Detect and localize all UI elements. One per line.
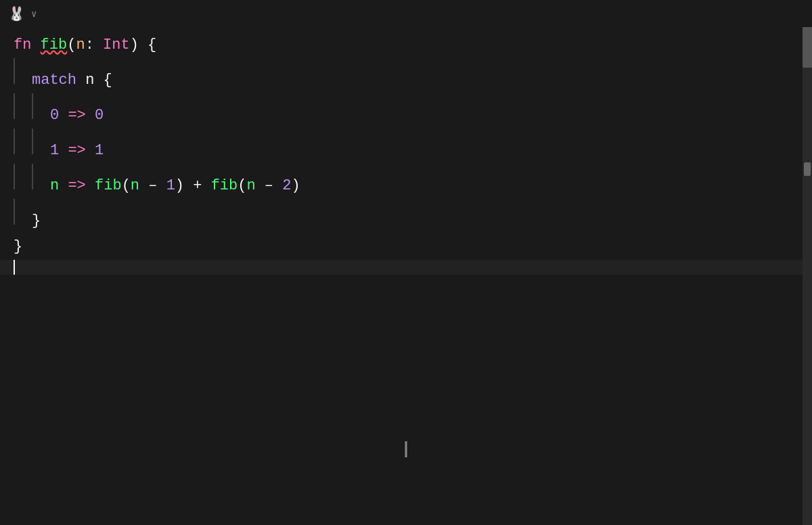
scrollbar-handle[interactable] bbox=[804, 162, 811, 176]
text-cursor bbox=[14, 260, 15, 275]
code-line-close-fn: } bbox=[0, 234, 812, 260]
fib-call-1: fib bbox=[95, 173, 122, 199]
keyword-match: match bbox=[32, 68, 76, 93]
paren-2-close: ) bbox=[291, 173, 300, 199]
fn-open-brace: ) { bbox=[130, 32, 157, 58]
code-line-fn: fn fib(n: Int) { bbox=[0, 32, 812, 58]
literal-2: 2 bbox=[282, 173, 291, 199]
arg1-n: n bbox=[131, 173, 139, 199]
paren-2-open: ( bbox=[238, 173, 246, 199]
paren-open: ( bbox=[67, 32, 76, 58]
paren-1-close: ) bbox=[175, 173, 184, 199]
editor-container: 🐰 ∨ fn fib(n: Int) { match n { 0 => 0 1 … bbox=[0, 0, 812, 525]
literal-1: 1 bbox=[166, 173, 175, 199]
code-line-casen: n => fib(n – 1) + fib(n – 2) bbox=[0, 164, 812, 199]
arg2-n: n bbox=[246, 173, 255, 199]
code-line-case1: 1 => 1 bbox=[0, 129, 812, 164]
close-match-brace: } bbox=[32, 208, 41, 234]
cursor-line[interactable] bbox=[0, 260, 812, 275]
type-int: Int bbox=[103, 32, 130, 58]
mouse-cursor-indicator: ┃ bbox=[402, 441, 410, 457]
case-0-pattern: 0 bbox=[50, 103, 59, 129]
match-n-brace: n { bbox=[76, 68, 112, 93]
code-area[interactable]: fn fib(n: Int) { match n { 0 => 0 1 => 1… bbox=[0, 27, 812, 525]
chevron-down-icon[interactable]: ∨ bbox=[31, 8, 37, 20]
case-1-result: 1 bbox=[95, 138, 104, 164]
title-bar: 🐰 ∨ bbox=[0, 0, 812, 27]
colon-sep: : bbox=[85, 32, 103, 58]
case-0-result: 0 bbox=[95, 103, 104, 129]
arrow-0: => bbox=[59, 103, 95, 129]
fib-call-2: fib bbox=[211, 173, 238, 199]
close-fn-brace: } bbox=[14, 234, 22, 260]
code-line-case0: 0 => 0 bbox=[0, 93, 812, 129]
function-name-fib: fib bbox=[41, 32, 68, 58]
scrollbar-track[interactable] bbox=[803, 27, 812, 525]
case-n-pattern: n bbox=[50, 173, 59, 199]
code-line-match: match n { bbox=[0, 58, 812, 93]
plus-op: + bbox=[184, 173, 211, 199]
minus-2: – bbox=[256, 173, 283, 199]
keyword-fn: fn bbox=[14, 32, 41, 58]
case-1-pattern: 1 bbox=[50, 138, 59, 164]
scrollbar-thumb[interactable] bbox=[803, 27, 812, 68]
arrow-1: => bbox=[59, 138, 95, 164]
code-line-close-match: } bbox=[0, 199, 812, 234]
minus-1: – bbox=[139, 173, 166, 199]
paren-1-open: ( bbox=[122, 173, 131, 199]
bunny-icon: 🐰 bbox=[7, 4, 26, 23]
arrow-n: => bbox=[59, 173, 95, 199]
param-n: n bbox=[76, 32, 85, 58]
